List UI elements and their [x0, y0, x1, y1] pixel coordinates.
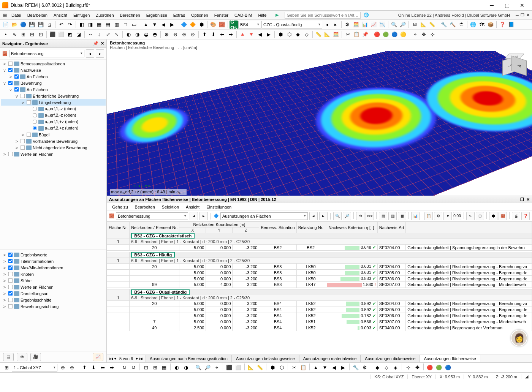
tab-first[interactable]: ⏮	[109, 356, 113, 361]
panel-menu-ansicht[interactable]: Ansicht	[183, 204, 203, 210]
menu-zuordnen[interactable]: Zuordnen	[93, 12, 117, 19]
tree-node[interactable]: aₛ,erf,2,+z (unten)	[1, 125, 106, 131]
bottom-tool-btn[interactable]: 🔧	[352, 364, 360, 372]
tree-node[interactable]: vBewehrung	[1, 80, 106, 86]
toolbar-btn[interactable]: ⊹	[428, 30, 437, 39]
toolbar-btn[interactable]: 💾	[36, 21, 45, 29]
bottom-tool-btn[interactable]: ◀	[330, 364, 338, 372]
toolbar-btn[interactable]: ▭	[130, 21, 138, 29]
toolbar-btn[interactable]: ⬅	[218, 30, 226, 39]
tree-check[interactable]	[8, 62, 13, 66]
option-check[interactable]	[8, 266, 13, 270]
bottom-tool-btn[interactable]: ⬇	[89, 364, 98, 372]
toolbar-btn[interactable]: ⊗	[180, 30, 188, 39]
toolbar-btn[interactable]: ⬛	[48, 30, 57, 39]
nav-mode-1[interactable]: ▤	[3, 353, 14, 361]
menu-extras[interactable]: Extras	[170, 12, 188, 19]
toolbar-btn[interactable]: ⊖	[171, 30, 179, 39]
bottom-tool-btn[interactable]: 🔵	[444, 364, 452, 372]
navigator-addon-combo[interactable]: Betonbemessung	[9, 50, 84, 57]
tree-check[interactable]	[21, 94, 25, 98]
toolbar-btn[interactable]: ↶	[57, 21, 65, 29]
panel-tool-btn[interactable]: ❓	[521, 212, 530, 220]
dd1-next[interactable]: ▸	[200, 212, 208, 220]
window-minimize[interactable]: ─	[484, 0, 499, 11]
tab-last[interactable]: ⏭	[139, 356, 143, 361]
help-play-icon[interactable]: ▶	[276, 13, 279, 17]
bottom-tool-btn[interactable]: ◐	[173, 364, 181, 372]
toolbar-btn[interactable]: ◓	[150, 30, 159, 39]
bottom-tool-btn[interactable]: ◆	[373, 364, 382, 372]
toolbar-btn[interactable]: ⚙	[343, 21, 352, 29]
panel-tool-btn[interactable]: ▾	[443, 212, 452, 220]
option-check[interactable]	[8, 259, 13, 264]
expand-icon[interactable]: >	[2, 298, 7, 302]
tree-check[interactable]	[14, 74, 19, 79]
col-code[interactable]: Nachweis-Art	[377, 222, 405, 233]
col-y[interactable]: Y	[206, 228, 233, 233]
toolbar-btn[interactable]: 🔷	[180, 21, 188, 29]
toolbar-btn[interactable]: ✂	[344, 30, 352, 39]
tree-radio[interactable]	[33, 126, 37, 131]
panel-tool-btn[interactable]: ▥	[388, 212, 397, 220]
bottom-tool-btn[interactable]: ◇	[382, 364, 391, 372]
toolbar-btn[interactable]: ▦	[95, 21, 103, 29]
nav-next[interactable]: ▸	[96, 49, 104, 58]
bottom-tool-btn[interactable]: 🔎	[203, 364, 212, 372]
toolbar-btn[interactable]: □	[121, 21, 130, 29]
tree-node[interactable]: aₛ,erf,1,-z (oben)	[1, 106, 106, 112]
toolbar-btn[interactable]: ◩	[66, 30, 74, 39]
panel-menu-gehe zu[interactable]: Gehe zu	[109, 204, 131, 210]
tree-node[interactable]: aₛ,erf,1,+z (unten)	[1, 119, 106, 125]
gos-button[interactable]: G Os	[230, 21, 238, 29]
toolbar-btn[interactable]: ◀	[256, 30, 264, 39]
menu-bearbeiten[interactable]: Bearbeiten	[24, 12, 51, 19]
option-check[interactable]	[8, 272, 13, 277]
menu-cad-bim[interactable]: CAD-BIM	[231, 12, 255, 19]
bottom-tool-btn[interactable]: 📏	[256, 364, 264, 372]
toolbar-btn[interactable]: 🔧	[440, 21, 448, 29]
col-eta[interactable]: Nachweis-Kriterium η [–]	[325, 222, 377, 233]
toolbar-btn[interactable]: ▸	[331, 21, 340, 29]
toolbar-btn[interactable]: ▤	[104, 21, 112, 29]
toolbar-btn[interactable]: 📊	[361, 21, 369, 29]
toolbar-btn[interactable]: 🔨	[448, 21, 457, 29]
menu-hilfe[interactable]: Hilfe	[255, 12, 269, 19]
expand-icon[interactable]: >	[2, 304, 7, 309]
panel-tool-btn[interactable]: ⊡	[476, 212, 484, 220]
expand-icon[interactable]: >	[2, 278, 7, 283]
result-tab[interactable]: Ausnutzungen belastungsweise	[232, 355, 299, 362]
toolbar-btn[interactable]: 📘	[507, 21, 515, 29]
menu-ergebnisse[interactable]: Ergebnisse	[143, 12, 170, 19]
nav-prev[interactable]: ◂	[86, 49, 94, 58]
bottom-tool-btn[interactable]: ⊹	[404, 364, 412, 372]
toolbar-btn[interactable]: ↔	[86, 30, 95, 39]
toolbar-btn[interactable]: 🌐	[469, 21, 477, 29]
result-tab[interactable]: Ausnutzungen materialweise	[299, 355, 361, 362]
expand-icon[interactable]: v	[2, 68, 7, 73]
table-row[interactable]: 205.0000.000-3.200BS3LK50 0.631 ✔SE0304.…	[107, 264, 532, 270]
table-row[interactable]: 5.0000.000-3.200BS3LK50 0.833 ✔SE0306.00…	[107, 276, 532, 282]
bottom-tool-btn[interactable]: 🔍	[194, 364, 203, 372]
toolbar-btn[interactable]: 🔴	[373, 30, 381, 39]
result-tab[interactable]: Ausnutzungen dickenweise	[361, 355, 420, 362]
dd2-next[interactable]: ▸	[319, 212, 328, 220]
toolbar-btn[interactable]: 📂	[10, 21, 19, 29]
toolbar-btn[interactable]: 📋	[352, 30, 361, 39]
col-netzknoten[interactable]: Netzknoten / Element Nr.	[130, 222, 179, 233]
tree-check[interactable]	[14, 87, 19, 92]
3d-viewport[interactable]: +Y+X Z↓ X→ Y↗ max aₛ,erf,2,+z (unten) : …	[107, 51, 532, 196]
keyword-search[interactable]	[285, 12, 361, 19]
col-belastung[interactable]: Belastung Nr.	[296, 222, 325, 233]
nav-mode-results[interactable]: 📈	[93, 353, 103, 361]
toolbar-btn[interactable]: 🖨	[45, 21, 54, 29]
toolbar-btn[interactable]: 🎨	[209, 21, 217, 29]
toolbar-btn[interactable]: 🧱	[218, 21, 226, 29]
toolbar-btn[interactable]: ❓	[498, 21, 507, 29]
display-option[interactable]: >Titelinformationen	[1, 258, 106, 264]
toolbar-btn[interactable]: ▶	[168, 21, 176, 29]
panel-tool-btn[interactable]: ⟲	[356, 212, 364, 220]
dd2-prev[interactable]: ◂	[309, 212, 318, 220]
option-check[interactable]	[8, 285, 13, 289]
tree-node[interactable]: >Bemessungssituationen	[1, 60, 106, 67]
